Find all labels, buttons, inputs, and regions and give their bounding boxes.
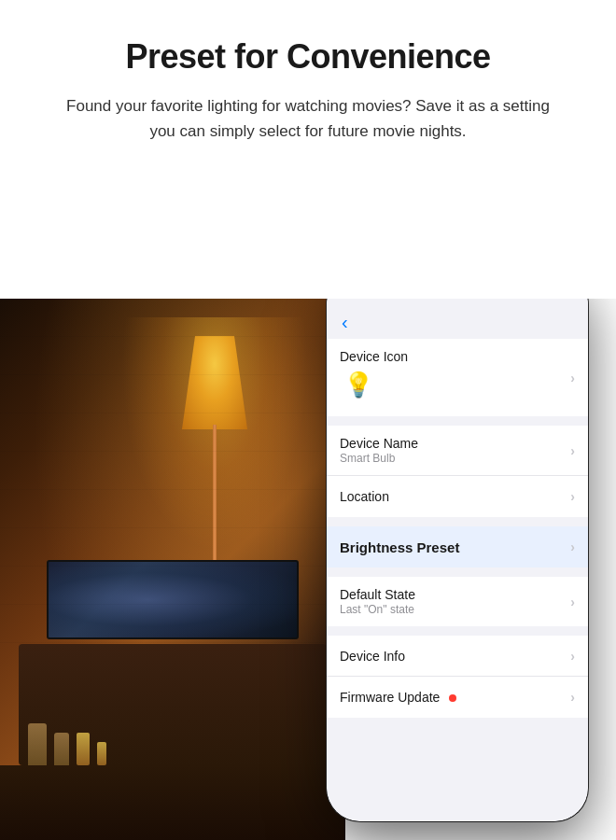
section-gap-2 bbox=[327, 519, 588, 526]
device-icon-right: › bbox=[570, 371, 575, 385]
brightness-preset-title: Brightness Preset bbox=[340, 539, 570, 555]
page-subtitle: Found your favorite lighting for watchin… bbox=[65, 93, 551, 144]
device-name-right: › bbox=[570, 443, 575, 458]
device-icon-left: Device Icon 💡 bbox=[340, 349, 570, 406]
firmware-update-left: Firmware Update bbox=[340, 690, 570, 705]
device-name-left: Device Name Smart Bulb bbox=[340, 436, 570, 465]
device-icon-item[interactable]: Device Icon 💡 › bbox=[327, 339, 588, 416]
device-name-item[interactable]: Device Name Smart Bulb › bbox=[327, 426, 588, 476]
firmware-update-title: Firmware Update bbox=[340, 690, 570, 705]
room-background bbox=[0, 299, 345, 840]
device-icon-title: Device Icon bbox=[340, 349, 570, 364]
location-right: › bbox=[570, 489, 575, 504]
default-state-right: › bbox=[570, 595, 575, 609]
top-section: Preset for Convenience Found your favori… bbox=[0, 0, 616, 172]
settings-list: Device Icon 💡 › bbox=[327, 339, 588, 718]
page-title: Preset for Convenience bbox=[56, 37, 560, 77]
back-arrow-icon[interactable]: ‹ bbox=[342, 312, 348, 332]
location-left: Location bbox=[340, 489, 570, 504]
device-icon-section: Device Icon 💡 › bbox=[327, 339, 588, 416]
bulb-icon-container: 💡 bbox=[340, 364, 377, 406]
info-section: Device Info › Firmware Upd bbox=[327, 636, 588, 718]
chevron-icon: › bbox=[570, 539, 575, 554]
phone-container: ∿ 98% ‹ bbox=[327, 299, 588, 821]
default-state-title: Default State bbox=[340, 587, 570, 602]
vase bbox=[77, 733, 90, 765]
default-state-subtitle: Last "On" state bbox=[340, 603, 570, 616]
device-info-title: Device Info bbox=[340, 649, 570, 664]
chevron-icon: › bbox=[570, 649, 575, 664]
chevron-icon: › bbox=[570, 489, 575, 504]
device-info-left: Device Info bbox=[340, 649, 570, 664]
chevron-icon: › bbox=[570, 443, 575, 458]
location-item[interactable]: Location › bbox=[327, 476, 588, 517]
section-gap-4 bbox=[327, 628, 588, 636]
brightness-preset-right: › bbox=[570, 539, 575, 554]
phone-frame: ∿ 98% ‹ bbox=[327, 299, 588, 821]
brightness-preset-section: Brightness Preset › bbox=[327, 526, 588, 567]
firmware-update-right: › bbox=[570, 690, 575, 705]
device-info-item[interactable]: Device Info › bbox=[327, 636, 588, 677]
floor bbox=[0, 765, 345, 840]
device-name-subtitle: Smart Bulb bbox=[340, 452, 570, 465]
brightness-preset-item[interactable]: Brightness Preset › bbox=[327, 526, 588, 567]
page-wrapper: Preset for Convenience Found your favori… bbox=[0, 0, 616, 840]
brightness-preset-left: Brightness Preset bbox=[340, 539, 570, 555]
default-state-left: Default State Last "On" state bbox=[340, 587, 570, 616]
device-info-right: › bbox=[570, 649, 575, 664]
vase-small bbox=[97, 742, 106, 765]
bulb-icon: 💡 bbox=[343, 371, 373, 399]
decorative-items bbox=[28, 719, 106, 765]
red-dot bbox=[449, 694, 456, 702]
chevron-icon: › bbox=[570, 371, 575, 385]
bottom-section: ∿ 98% ‹ bbox=[0, 299, 616, 840]
phone-screen: ∿ 98% ‹ bbox=[327, 299, 588, 821]
device-name-section: Device Name Smart Bulb › bbox=[327, 426, 588, 517]
chevron-icon: › bbox=[570, 595, 575, 609]
section-gap-1 bbox=[327, 418, 588, 426]
bottle bbox=[28, 723, 47, 765]
bottle-small bbox=[54, 733, 69, 765]
firmware-update-item[interactable]: Firmware Update › bbox=[327, 677, 588, 718]
chevron-icon: › bbox=[570, 690, 575, 705]
location-title: Location bbox=[340, 489, 570, 504]
back-button[interactable]: ‹ bbox=[327, 304, 588, 339]
app-content: ‹ Device Icon 💡 bbox=[327, 304, 588, 821]
section-gap-3 bbox=[327, 569, 588, 577]
device-name-title: Device Name bbox=[340, 436, 570, 451]
default-state-section: Default State Last "On" state › bbox=[327, 577, 588, 626]
cabinet bbox=[19, 644, 327, 765]
default-state-item[interactable]: Default State Last "On" state › bbox=[327, 577, 588, 626]
